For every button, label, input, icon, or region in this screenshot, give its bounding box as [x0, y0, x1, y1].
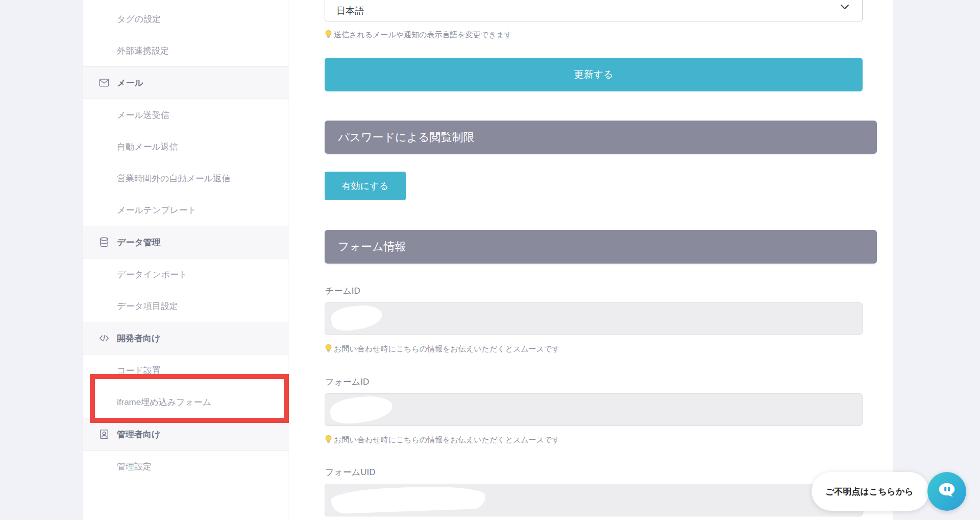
sidebar-item-auto-mail-reply[interactable]: 自動メール返信	[83, 131, 289, 162]
chevron-down-icon	[841, 5, 849, 10]
sidebar-item-data-field-settings[interactable]: データ項目設定	[83, 290, 289, 322]
annotation-highlight-box	[90, 374, 289, 423]
sidebar-item-label: 営業時間外の自動メール返信	[117, 173, 230, 184]
chat-help-bubble[interactable]: ご不明点はこちらから	[812, 472, 929, 511]
form-id-label: フォームID	[325, 376, 369, 388]
sidebar-item-external-integration[interactable]: 外部連携設定	[83, 35, 289, 66]
app-root: タグの設定 外部連携設定 メール メール送受信 自動メール返信 営業時間外の自動…	[0, 0, 980, 520]
lightbulb-icon	[325, 435, 332, 445]
form-info-section-header: フォーム情報	[325, 230, 877, 264]
password-restriction-section-header: パスワードによる閲覧制限	[325, 121, 877, 154]
admin-badge-icon	[99, 429, 110, 440]
hint-text: 送信されるメールや通知の表示言語を変更できます	[334, 30, 512, 40]
mail-icon	[99, 77, 110, 88]
team-id-field	[325, 302, 863, 335]
sidebar-section-label: 開発者向け	[117, 333, 160, 344]
form-id-field	[325, 393, 863, 426]
chat-launcher-button[interactable]	[927, 472, 966, 511]
lightbulb-icon	[325, 344, 332, 354]
sidebar-item-offhours-auto-reply[interactable]: 営業時間外の自動メール返信	[83, 162, 289, 194]
enable-button[interactable]: 有効にする	[325, 172, 406, 200]
sidebar-item-mail-send-receive[interactable]: メール送受信	[83, 99, 289, 131]
sidebar-item-label: タグの設定	[117, 13, 161, 25]
code-icon	[99, 333, 110, 344]
language-hint: 送信されるメールや通知の表示言語を変更できます	[325, 29, 512, 41]
redaction-blob	[329, 394, 394, 425]
update-button[interactable]: 更新する	[325, 58, 863, 91]
sidebar-section-data-management: データ管理	[83, 226, 289, 258]
sidebar-item-label: メールテンプレート	[117, 204, 197, 216]
sidebar-item-label: 管理設定	[117, 461, 152, 472]
form-uid-label: フォームUID	[325, 466, 375, 479]
team-id-hint: お問い合わせ時にこちらの情報をお伝えいただくとスムースです	[325, 343, 560, 355]
section-title: パスワードによる閲覧制限	[338, 130, 475, 145]
language-select-value: 日本語	[336, 5, 364, 17]
redaction-blob	[331, 485, 485, 514]
chat-help-label: ご不明点はこちらから	[825, 486, 914, 498]
sidebar-section-label: メール	[117, 77, 143, 89]
sidebar-item-label: 自動メール返信	[117, 141, 178, 153]
redaction-blob	[330, 303, 384, 333]
sidebar-item-label: メール送受信	[117, 109, 169, 121]
sidebar-item-label: データインポート	[117, 269, 187, 280]
sidebar-section-label: 管理者向け	[117, 429, 160, 440]
database-icon	[99, 237, 110, 248]
sidebar-item-admin-settings[interactable]: 管理設定	[83, 451, 289, 482]
hint-text: お問い合わせ時にこちらの情報をお伝えいただくとスムースです	[334, 344, 560, 354]
sidebar-section-mail: メール	[83, 66, 289, 99]
sidebar-item-label: 外部連携設定	[117, 45, 169, 57]
sidebar-section-label: データ管理	[117, 237, 161, 248]
team-id-label: チームID	[325, 285, 360, 297]
sidebar-item-mail-template[interactable]: メールテンプレート	[83, 194, 289, 226]
language-select[interactable]: 日本語	[325, 0, 863, 21]
sidebar-item-label: データ項目設定	[117, 300, 178, 312]
sidebar-section-developer: 開発者向け	[83, 322, 289, 354]
sidebar-item-data-import[interactable]: データインポート	[83, 258, 289, 290]
form-id-hint: お問い合わせ時にこちらの情報をお伝えいただくとスムースです	[325, 434, 560, 446]
hint-text: お問い合わせ時にこちらの情報をお伝えいただくとスムースです	[334, 435, 560, 445]
sidebar-item-tag-settings[interactable]: タグの設定	[83, 3, 289, 35]
form-uid-field	[325, 484, 863, 516]
section-title: フォーム情報	[338, 239, 406, 254]
chat-bubble-icon	[935, 479, 959, 504]
lightbulb-icon	[325, 30, 332, 40]
settings-sidebar: タグの設定 外部連携設定 メール メール送受信 自動メール返信 営業時間外の自動…	[83, 0, 288, 520]
